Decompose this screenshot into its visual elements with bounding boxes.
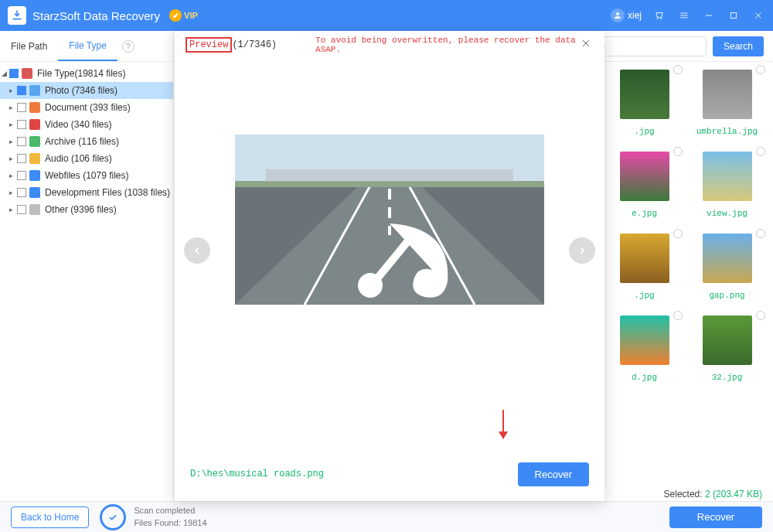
thumb-checkbox[interactable] xyxy=(756,65,765,74)
minimize-icon[interactable] xyxy=(702,9,716,22)
file-type-icon xyxy=(29,153,40,164)
tree-item-label: Video (340 files) xyxy=(45,119,112,130)
cart-icon[interactable] xyxy=(652,9,666,22)
thumbnail-name: umbrella.jpg xyxy=(696,127,758,136)
svg-point-0 xyxy=(616,12,619,15)
tree-root[interactable]: ◢ File Type(19814 files) xyxy=(0,65,173,82)
thumbnail-item[interactable]: view.jpg xyxy=(690,152,764,218)
thumbnail-grid: .jpg umbrella.jpg e.jpg view.jpg .jpg ga… xyxy=(603,62,773,501)
modal-header: Preview (1/7346) To avoid being overwrit… xyxy=(175,31,604,54)
titlebar: StarzSoft Data Recovery ✔VIP xiej xyxy=(0,0,773,31)
modal-close-button[interactable] xyxy=(578,36,594,54)
caret-right-icon: ▸ xyxy=(9,189,17,196)
annotation-arrow-icon xyxy=(496,408,510,442)
file-type-icon xyxy=(29,204,40,215)
file-type-icon xyxy=(29,170,40,181)
thumb-checkbox[interactable] xyxy=(756,229,765,238)
caret-right-icon: ▸ xyxy=(9,138,17,145)
tree-item-label: Webfiles (1079 files) xyxy=(45,170,129,181)
checkbox[interactable] xyxy=(17,171,26,180)
warning-text: To avoid being overwritten, please recov… xyxy=(315,36,578,54)
thumb-checkbox[interactable] xyxy=(673,311,683,320)
file-type-icon xyxy=(29,136,40,147)
caret-right-icon: ▸ xyxy=(9,87,17,94)
prev-button[interactable] xyxy=(184,237,210,264)
thumb-checkbox[interactable] xyxy=(756,147,765,156)
tree-item[interactable]: ▸ Document (393 files) xyxy=(0,99,173,116)
thumbnail-item[interactable]: .jpg xyxy=(608,234,681,300)
user-badge[interactable]: xiej xyxy=(611,9,642,22)
app-title: StarzSoft Data Recovery xyxy=(32,9,160,22)
thumbnail-item[interactable]: d.jpg xyxy=(608,315,681,382)
sidebar: File Path File Type ? ◢ File Type(19814 … xyxy=(0,31,174,501)
thumbnail-item[interactable]: .jpg xyxy=(608,70,681,136)
sidebar-tabs: File Path File Type ? xyxy=(0,31,173,62)
modal-body xyxy=(175,54,604,447)
tree-item-label: Other (9396 files) xyxy=(45,204,117,215)
modal-footer: D:\hes\musical roads.png Recover xyxy=(175,447,604,501)
thumbnail-name: e.jpg xyxy=(632,209,657,218)
tree-item[interactable]: ▸ Photo (7346 files) xyxy=(0,82,173,99)
tree-item-label: Photo (7346 files) xyxy=(45,85,117,96)
thumbnail-name: view.jpg xyxy=(707,209,747,218)
thumb-checkbox[interactable] xyxy=(673,65,683,74)
recover-footer-button[interactable]: Recover xyxy=(669,506,762,528)
thumbnail-item[interactable]: 32.jpg xyxy=(690,315,764,382)
tree-item[interactable]: ▸ Development Files (1038 files) xyxy=(0,184,173,201)
tree-item[interactable]: ▸ Other (9396 files) xyxy=(0,201,173,218)
caret-right-icon: ▸ xyxy=(9,104,17,111)
files-found-label: Files Found: 19814 xyxy=(134,517,206,529)
search-button[interactable]: Search xyxy=(713,36,764,56)
thumb-checkbox[interactable] xyxy=(756,311,765,320)
checkbox[interactable] xyxy=(17,205,26,214)
file-type-icon xyxy=(29,85,40,96)
tree-item[interactable]: ▸ Audio (106 files) xyxy=(0,150,173,167)
checkbox[interactable] xyxy=(17,103,26,112)
caret-right-icon: ▸ xyxy=(9,155,17,162)
next-button[interactable] xyxy=(569,237,595,264)
file-path-label: D:\hes\musical roads.png xyxy=(190,469,324,479)
thumb-checkbox[interactable] xyxy=(673,147,683,156)
preview-label: Preview xyxy=(186,37,232,53)
caret-right-icon: ▸ xyxy=(9,121,17,128)
selected-label: Selected: xyxy=(664,489,703,500)
checkbox[interactable] xyxy=(17,86,26,95)
tree-item[interactable]: ▸ Archive (116 files) xyxy=(0,133,173,150)
help-icon[interactable]: ? xyxy=(122,40,135,53)
vip-badge[interactable]: ✔VIP xyxy=(169,9,198,22)
thumbnail-item[interactable]: e.jpg xyxy=(608,152,681,218)
checkbox[interactable] xyxy=(17,137,26,146)
footer: Back to Home Scan completed Files Found:… xyxy=(0,501,773,532)
checkbox[interactable] xyxy=(17,188,26,197)
checkbox[interactable] xyxy=(17,154,26,163)
caret-right-icon: ▸ xyxy=(9,206,17,213)
scan-status: Scan completed Files Found: 19814 xyxy=(100,504,206,530)
file-type-icon xyxy=(29,102,40,113)
tree-item-label: Audio (106 files) xyxy=(45,153,112,164)
file-type-icon xyxy=(22,68,32,79)
checkbox[interactable] xyxy=(17,120,26,129)
checkbox[interactable] xyxy=(9,69,19,78)
menu-icon[interactable] xyxy=(677,9,691,22)
svg-rect-10 xyxy=(235,181,544,187)
tree-item[interactable]: ▸ Webfiles (1079 files) xyxy=(0,167,173,184)
close-icon[interactable] xyxy=(751,9,765,22)
recover-modal-button[interactable]: Recover xyxy=(518,462,589,486)
tab-file-path[interactable]: File Path xyxy=(0,31,58,61)
user-name: xiej xyxy=(628,10,642,21)
caret-down-icon: ◢ xyxy=(2,70,9,77)
checkmark-ring-icon xyxy=(100,504,126,530)
user-avatar-icon xyxy=(611,9,625,22)
tree-item[interactable]: ▸ Video (340 files) xyxy=(0,116,173,133)
thumbnail-item[interactable]: umbrella.jpg xyxy=(690,70,764,136)
thumb-checkbox[interactable] xyxy=(673,229,683,238)
thumbnail-image xyxy=(703,315,752,365)
back-to-home-button[interactable]: Back to Home xyxy=(11,506,89,528)
preview-image xyxy=(235,135,544,305)
thumbnail-image xyxy=(620,70,669,119)
maximize-icon[interactable] xyxy=(727,9,741,22)
file-type-icon xyxy=(29,119,40,130)
tab-file-type[interactable]: File Type xyxy=(58,31,117,61)
thumbnail-item[interactable]: gap.png xyxy=(690,234,764,300)
app-logo-icon xyxy=(8,6,26,25)
